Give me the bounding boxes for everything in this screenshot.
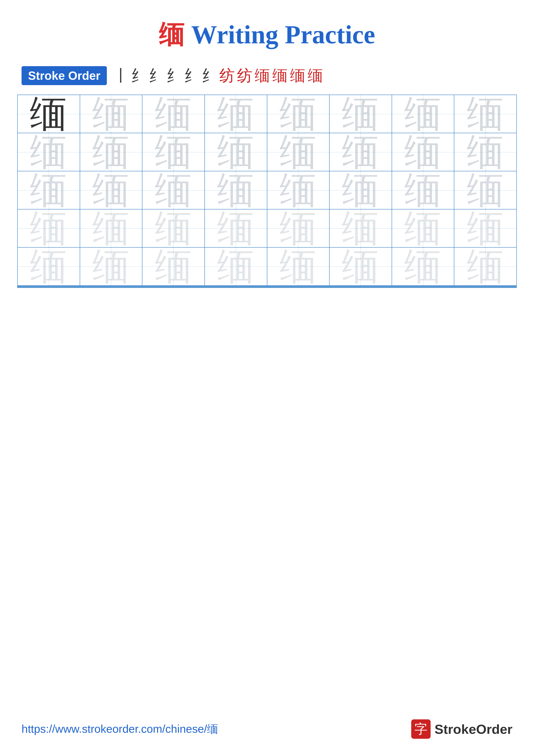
grid-cell: 缅: [142, 247, 205, 285]
page-title: 缅 Writing Practice: [0, 0, 534, 65]
grid-cell: 缅: [142, 133, 205, 171]
grid-row-10: [17, 287, 517, 288]
practice-grid-wrapper: 缅 缅 缅 缅 缅 缅 缅 缅 缅: [0, 94, 534, 288]
grid-cell: 缅: [329, 247, 392, 285]
grid-row-5: 缅 缅 缅 缅 缅 缅 缅 缅: [17, 247, 517, 285]
grid-cell: 缅: [17, 247, 80, 285]
grid-cell: 缅: [392, 133, 454, 171]
grid-cell-empty: [17, 287, 80, 288]
grid-cell: 缅: [454, 95, 517, 133]
grid-cell: 缅: [205, 247, 267, 285]
title-char: 缅: [159, 20, 185, 49]
footer-logo-text: StrokeOrder: [435, 721, 513, 737]
stroke-9: 缅: [255, 65, 270, 86]
grid-cell: 缅: [454, 209, 517, 247]
grid-cell: 缅: [267, 247, 330, 285]
grid-cell: 缅: [17, 171, 80, 209]
stroke-12: 缅: [308, 65, 323, 86]
stroke-order-chars: 丨 纟 纟 纟 纟 纟 纺 纺 缅 缅 缅 缅: [113, 65, 323, 86]
grid-cell: 缅: [205, 133, 267, 171]
stroke-order-row: Stroke Order 丨 纟 纟 纟 纟 纟 纺 纺 缅 缅 缅 缅: [0, 65, 534, 86]
stroke-11: 缅: [290, 65, 305, 86]
grid-cell-empty: [267, 287, 330, 288]
stroke-8: 纺: [237, 65, 252, 86]
grid-row-3: 缅 缅 缅 缅 缅 缅 缅 缅: [17, 171, 517, 209]
stroke-3: 纟: [149, 65, 164, 86]
grid-cell: 缅: [17, 209, 80, 247]
strokeorder-logo-icon: 字: [411, 719, 431, 739]
grid-cell: 缅: [267, 171, 330, 209]
footer-logo: 字 StrokeOrder: [411, 719, 513, 739]
grid-cell: 缅: [267, 209, 330, 247]
grid-cell: 缅: [454, 247, 517, 285]
grid-cell: 缅: [392, 209, 454, 247]
grid-cell-empty: [205, 287, 267, 288]
title-text: Writing Practice: [191, 20, 375, 49]
grid-cell: 缅: [454, 171, 517, 209]
grid-cell-empty: [80, 287, 142, 288]
grid-cell: 缅: [17, 133, 80, 171]
grid-cell-empty: [142, 287, 205, 288]
grid-cell: 缅: [80, 133, 142, 171]
practice-grid: 缅 缅 缅 缅 缅 缅 缅 缅 缅: [17, 94, 517, 288]
grid-cell: 缅: [205, 209, 267, 247]
grid-cell: 缅: [392, 95, 454, 133]
grid-row-4: 缅 缅 缅 缅 缅 缅 缅 缅: [17, 209, 517, 247]
footer-url[interactable]: https://www.strokeorder.com/chinese/缅: [21, 721, 218, 737]
footer: https://www.strokeorder.com/chinese/缅 字 …: [0, 719, 534, 739]
stroke-6: 纟: [202, 65, 217, 86]
grid-cell: 缅: [267, 133, 330, 171]
grid-cell: 缅: [392, 171, 454, 209]
grid-cell-empty: [454, 287, 517, 288]
stroke-order-badge: Stroke Order: [21, 66, 107, 85]
grid-row-2: 缅 缅 缅 缅 缅 缅 缅 缅: [17, 133, 517, 171]
grid-cell: 缅: [80, 247, 142, 285]
grid-cell: 缅: [80, 209, 142, 247]
stroke-4: 纟: [166, 65, 182, 86]
grid-cell: 缅: [142, 95, 205, 133]
grid-cell: 缅: [142, 171, 205, 209]
stroke-10: 缅: [272, 65, 288, 86]
grid-row-1: 缅 缅 缅 缅 缅 缅 缅 缅: [17, 95, 517, 133]
grid-cell: 缅: [392, 247, 454, 285]
grid-cell: 缅: [454, 133, 517, 171]
stroke-7: 纺: [219, 65, 235, 86]
stroke-2: 纟: [131, 65, 146, 86]
stroke-1: 丨: [113, 65, 129, 86]
grid-cell-empty: [392, 287, 454, 288]
grid-cell: 缅: [142, 209, 205, 247]
grid-cell: 缅: [329, 95, 392, 133]
grid-cell: 缅: [329, 171, 392, 209]
grid-cell: 缅: [329, 133, 392, 171]
grid-cell: 缅: [205, 95, 267, 133]
grid-cell: 缅: [80, 171, 142, 209]
stroke-5: 纟: [184, 65, 199, 86]
grid-cell: 缅: [80, 95, 142, 133]
grid-cell: 缅: [329, 209, 392, 247]
grid-cell: 缅: [17, 95, 80, 133]
grid-cell: 缅: [205, 171, 267, 209]
grid-cell: 缅: [267, 95, 330, 133]
grid-cell-empty: [329, 287, 392, 288]
